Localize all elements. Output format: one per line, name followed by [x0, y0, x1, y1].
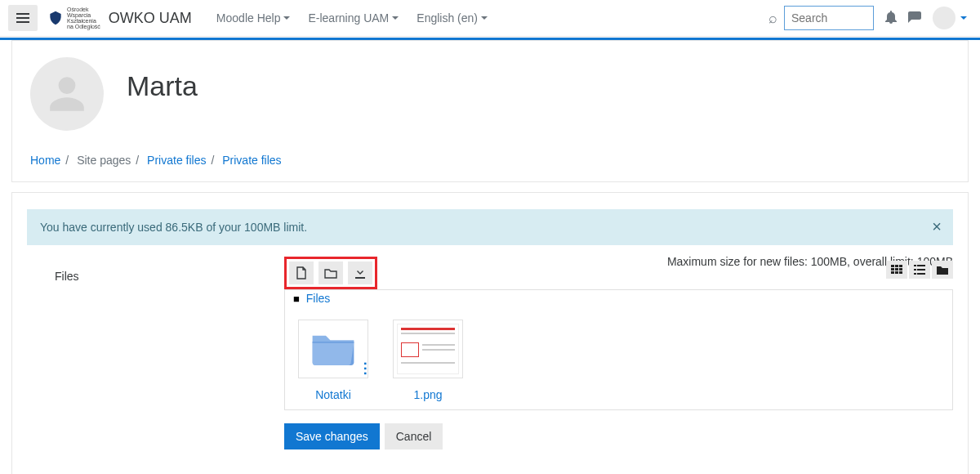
person-icon [47, 74, 87, 114]
view-icons-button[interactable] [886, 261, 907, 279]
file-breadcrumb-root[interactable]: Files [306, 292, 331, 305]
files-field-label: Files [27, 257, 284, 449]
usage-alert-text: You have currently used 86.5KB of your 1… [40, 221, 307, 234]
nav-links: Moodle Help E-learning UAM English (en) [208, 7, 496, 29]
crumb-private-files-current[interactable]: Private files [222, 154, 281, 167]
create-folder-button[interactable] [318, 262, 343, 284]
breadcrumb: Home/ Site pages/ Private files/ Private… [30, 154, 950, 167]
nav-elearning[interactable]: E-learning UAM [300, 7, 407, 29]
file-breadcrumb: ■ Files [285, 290, 952, 306]
toolbar-highlight [284, 257, 377, 289]
folder-large-icon [310, 329, 357, 369]
nav-language[interactable]: English (en) [408, 7, 496, 29]
grid-icon [891, 265, 902, 275]
menu-icon [16, 13, 29, 23]
search-icon[interactable] [768, 10, 777, 27]
file-item-folder[interactable]: ▪▪▪ Notatki [298, 320, 368, 401]
chevron-down-icon [481, 16, 488, 20]
add-file-button[interactable] [289, 262, 314, 284]
brand-name[interactable]: OWKO UAM [109, 10, 192, 27]
folder-thumbnail: ▪▪▪ [298, 320, 368, 378]
view-details-button[interactable] [909, 261, 930, 279]
nav-moodle-help[interactable]: Moodle Help [208, 7, 299, 29]
download-all-button[interactable] [348, 262, 372, 284]
save-button[interactable]: Save changes [284, 423, 380, 449]
file-manager: ■ Files ▪▪▪ Notatki [284, 257, 953, 449]
view-tree-button[interactable] [932, 261, 953, 279]
form-actions: Save changes Cancel [284, 423, 953, 449]
crumb-private-files[interactable]: Private files [147, 154, 206, 167]
folder-icon [324, 267, 337, 279]
uam-logo-icon [47, 9, 64, 27]
item-menu-icon[interactable]: ▪▪▪ [363, 361, 366, 376]
file-item-label: 1.png [393, 388, 463, 401]
private-files-card: You have currently used 86.5KB of your 1… [11, 192, 969, 474]
alert-close-button[interactable]: × [932, 217, 942, 236]
user-menu[interactable] [933, 7, 967, 29]
profile-avatar [30, 57, 104, 131]
file-item-image[interactable]: 1.png [393, 320, 463, 401]
download-icon [354, 267, 366, 279]
crumb-site-pages: Site pages [77, 154, 131, 167]
messages-icon[interactable] [908, 11, 921, 25]
folder-solid-icon [937, 265, 948, 275]
search-input[interactable] [784, 6, 874, 30]
avatar-icon [933, 7, 956, 29]
list-icon [914, 265, 925, 275]
chevron-down-icon [960, 16, 967, 20]
hamburger-button[interactable] [8, 5, 38, 31]
view-mode-toggle [886, 257, 953, 279]
page-title: Marta [127, 70, 198, 102]
cancel-button[interactable]: Cancel [385, 423, 443, 449]
navbar: OśrodekWsparciaKształceniana Odległość O… [0, 0, 980, 37]
usage-alert: You have currently used 86.5KB of your 1… [27, 209, 953, 245]
file-area: ■ Files ▪▪▪ Notatki [284, 289, 953, 410]
page-header-card: Marta Home/ Site pages/ Private files/ P… [11, 40, 969, 182]
image-thumbnail [393, 320, 463, 378]
file-icon [296, 266, 307, 279]
chevron-down-icon [392, 16, 399, 20]
logo-caption: OśrodekWsparciaKształceniana Odległość [67, 7, 100, 29]
folder-solid-icon: ■ [293, 293, 300, 305]
file-item-label: Notatki [298, 388, 368, 401]
chevron-down-icon [283, 16, 290, 20]
notifications-icon[interactable] [885, 11, 897, 26]
nav-right [768, 6, 967, 30]
site-logo[interactable]: OśrodekWsparciaKształceniana Odległość [47, 7, 100, 29]
crumb-home[interactable]: Home [30, 154, 60, 167]
